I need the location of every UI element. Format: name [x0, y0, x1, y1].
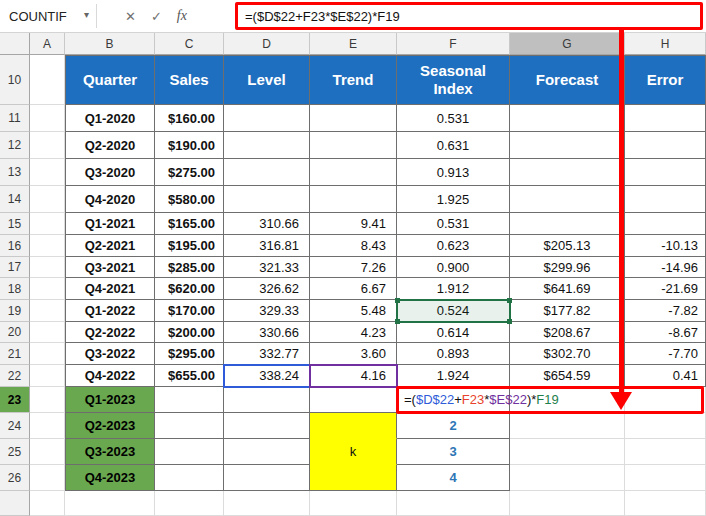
- row-header-19[interactable]: 19: [0, 300, 30, 322]
- cell-F20[interactable]: 0.614: [397, 322, 510, 343]
- cell-F22[interactable]: 1.924: [397, 365, 510, 387]
- cell-A25[interactable]: [30, 439, 65, 465]
- cell-G16[interactable]: $205.13: [510, 235, 625, 257]
- cell-C26[interactable]: [155, 465, 224, 491]
- cell-E17[interactable]: 7.26: [310, 257, 397, 278]
- cell-H18[interactable]: -21.69: [625, 278, 706, 300]
- row-header-26[interactable]: 26: [0, 465, 30, 491]
- cell-H15[interactable]: [625, 213, 706, 235]
- cell-C25[interactable]: [155, 439, 224, 465]
- cell-H16[interactable]: -10.13: [625, 235, 706, 257]
- cell-G13[interactable]: [510, 159, 625, 186]
- row-header-11[interactable]: 11: [0, 105, 30, 132]
- cell-G18[interactable]: $641.69: [510, 278, 625, 300]
- cell-F26[interactable]: 4: [397, 465, 510, 491]
- cell-C14[interactable]: $580.00: [155, 186, 224, 213]
- cell-C16[interactable]: $195.00: [155, 235, 224, 257]
- cell-D21[interactable]: 332.77: [224, 343, 310, 365]
- cell-H11[interactable]: [625, 105, 706, 132]
- cell-D19[interactable]: 329.33: [224, 300, 310, 322]
- cell-H12[interactable]: [625, 132, 706, 159]
- cell-A19[interactable]: [30, 300, 65, 322]
- col-header-D[interactable]: D: [224, 33, 310, 55]
- col-header-B[interactable]: B: [65, 33, 155, 55]
- name-box-dropdown-icon[interactable]: ▾: [84, 9, 89, 20]
- cell-B24[interactable]: Q2-2023: [65, 413, 155, 439]
- cell-D11[interactable]: [224, 105, 310, 132]
- cell-B11[interactable]: Q1-2020: [65, 105, 155, 132]
- cell-E23[interactable]: [310, 387, 397, 413]
- cell-C17[interactable]: $285.00: [155, 257, 224, 278]
- cell-F25[interactable]: 3: [397, 439, 510, 465]
- row-header-17[interactable]: 17: [0, 257, 30, 278]
- col-header-E[interactable]: E: [310, 33, 397, 55]
- cell-A10[interactable]: [30, 55, 65, 105]
- cell-H26[interactable]: [625, 465, 706, 491]
- cancel-icon[interactable]: ✕: [125, 9, 136, 24]
- cell-C10[interactable]: Sales: [155, 55, 224, 105]
- cell-C19[interactable]: $170.00: [155, 300, 224, 322]
- cell-C11[interactable]: $160.00: [155, 105, 224, 132]
- cell-H[interactable]: [625, 491, 706, 516]
- cell-B20[interactable]: Q2-2022: [65, 322, 155, 343]
- cell-D16[interactable]: 316.81: [224, 235, 310, 257]
- select-all-corner[interactable]: [0, 33, 30, 55]
- cell-A16[interactable]: [30, 235, 65, 257]
- cell-H14[interactable]: [625, 186, 706, 213]
- cell-E24[interactable]: [310, 413, 397, 439]
- name-box[interactable]: COUNTIF ▾: [0, 0, 96, 32]
- cell-A11[interactable]: [30, 105, 65, 132]
- cell-H20[interactable]: -8.67: [625, 322, 706, 343]
- cell-F23[interactable]: =($D$22+F23*$E$22)*F19: [397, 387, 510, 413]
- cell-C24[interactable]: [155, 413, 224, 439]
- row-header-21[interactable]: 21: [0, 343, 30, 365]
- cell-D17[interactable]: 321.33: [224, 257, 310, 278]
- cell-D20[interactable]: 330.66: [224, 322, 310, 343]
- cell-D26[interactable]: [224, 465, 310, 491]
- enter-icon[interactable]: ✓: [151, 9, 162, 24]
- col-header-A[interactable]: A: [30, 33, 65, 55]
- row-header-23[interactable]: 23: [0, 387, 30, 413]
- cell-H13[interactable]: [625, 159, 706, 186]
- cell-F17[interactable]: 0.900: [397, 257, 510, 278]
- cell-E16[interactable]: 8.43: [310, 235, 397, 257]
- cell-G25[interactable]: [510, 439, 625, 465]
- cell-G14[interactable]: [510, 186, 625, 213]
- cell-G22[interactable]: $654.59: [510, 365, 625, 387]
- cell-H23[interactable]: [625, 387, 706, 413]
- cell-D15[interactable]: 310.66: [224, 213, 310, 235]
- cell-E20[interactable]: 4.23: [310, 322, 397, 343]
- row-header-10[interactable]: 10: [0, 55, 30, 105]
- cell-D[interactable]: [224, 491, 310, 516]
- cell-B19[interactable]: Q1-2022: [65, 300, 155, 322]
- row-header-blank[interactable]: [0, 491, 30, 516]
- cell-G10[interactable]: Forecast: [510, 55, 625, 105]
- cell-A24[interactable]: [30, 413, 65, 439]
- cell-B10[interactable]: Quarter: [65, 55, 155, 105]
- cell-F12[interactable]: 0.631: [397, 132, 510, 159]
- cell-E18[interactable]: 6.67: [310, 278, 397, 300]
- cell-F15[interactable]: 0.531: [397, 213, 510, 235]
- cell-H21[interactable]: -7.70: [625, 343, 706, 365]
- cell-D18[interactable]: 326.62: [224, 278, 310, 300]
- col-header-C[interactable]: C: [155, 33, 224, 55]
- cell-B[interactable]: [65, 491, 155, 516]
- col-header-F[interactable]: F: [397, 33, 510, 55]
- cell-H25[interactable]: [625, 439, 706, 465]
- cell-D25[interactable]: [224, 439, 310, 465]
- cell-E26[interactable]: [310, 465, 397, 491]
- cell-D13[interactable]: [224, 159, 310, 186]
- cell-H24[interactable]: [625, 413, 706, 439]
- cell-F[interactable]: [397, 491, 510, 516]
- cell-D23[interactable]: [224, 387, 310, 413]
- cell-B13[interactable]: Q3-2020: [65, 159, 155, 186]
- cell-D12[interactable]: [224, 132, 310, 159]
- cell-F18[interactable]: 1.912: [397, 278, 510, 300]
- cell-A23[interactable]: [30, 387, 65, 413]
- cell-C[interactable]: [155, 491, 224, 516]
- cell-C20[interactable]: $200.00: [155, 322, 224, 343]
- row-header-12[interactable]: 12: [0, 132, 30, 159]
- cell-B16[interactable]: Q2-2021: [65, 235, 155, 257]
- row-header-18[interactable]: 18: [0, 278, 30, 300]
- col-header-G[interactable]: G: [510, 33, 625, 55]
